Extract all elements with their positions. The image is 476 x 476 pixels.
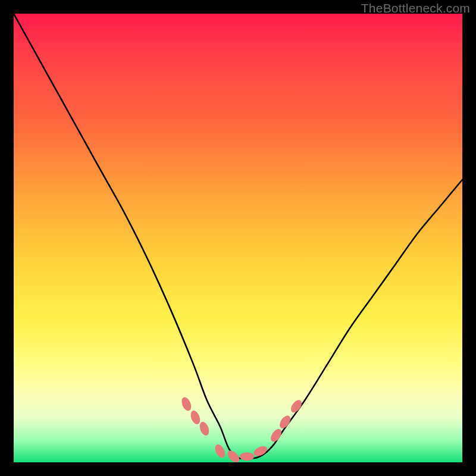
- bead-marker: [198, 421, 211, 437]
- bottleneck-curve: [14, 14, 462, 459]
- chart-frame: TheBottleneck.com: [0, 0, 476, 476]
- bead-markers: [180, 396, 303, 464]
- bead-marker: [226, 449, 242, 465]
- curve-svg: [14, 14, 462, 462]
- bead-marker: [213, 443, 227, 459]
- bead-marker: [240, 452, 254, 461]
- bead-marker: [189, 409, 202, 425]
- bead-marker: [180, 396, 193, 412]
- plot-area: [14, 14, 462, 462]
